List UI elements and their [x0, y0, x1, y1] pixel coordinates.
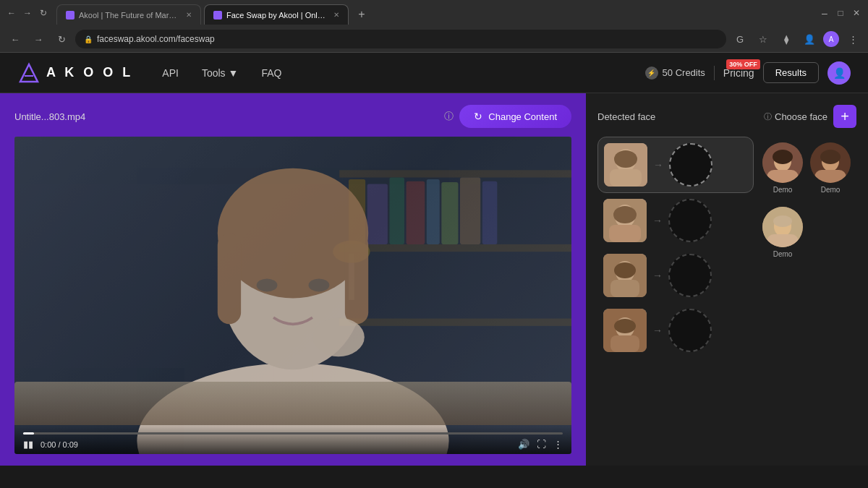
- arrow-icon-1: →: [653, 159, 663, 171]
- fullscreen-icon[interactable]: ⛶: [537, 439, 546, 450]
- akool-ext-icon[interactable]: A: [823, 31, 839, 47]
- maximize-btn[interactable]: □: [835, 7, 846, 19]
- detected-thumb-3: [603, 254, 647, 297]
- svg-rect-44: [767, 170, 799, 183]
- avatar-circle-1: [762, 142, 803, 183]
- tab-1-close[interactable]: ✕: [186, 11, 192, 19]
- result-circle-2: [668, 199, 712, 242]
- app-container: A K O O L API Tools ▼ FAQ ⚡ 50 Credits 3…: [0, 53, 868, 466]
- right-panel: Detected face ⓘ Choose face +: [586, 93, 868, 466]
- new-tab-button[interactable]: +: [352, 4, 372, 25]
- add-face-button[interactable]: +: [833, 105, 856, 128]
- detected-thumb-2: [603, 199, 647, 242]
- nav-api[interactable]: API: [162, 67, 179, 79]
- more-video-options-icon[interactable]: ⋮: [553, 439, 563, 450]
- arrow-icon-3: →: [652, 270, 663, 281]
- svg-point-35: [614, 262, 636, 278]
- change-content-label: Change Content: [488, 111, 557, 122]
- profile-icon[interactable]: 👤: [800, 30, 819, 48]
- tab-2-close[interactable]: ✕: [333, 11, 339, 19]
- top-nav: A K O O L API Tools ▼ FAQ ⚡ 50 Credits 3…: [0, 53, 868, 93]
- volume-icon[interactable]: 🔊: [518, 439, 529, 450]
- face-row-4[interactable]: →: [597, 303, 754, 358]
- user-avatar[interactable]: 👤: [827, 61, 851, 85]
- nav-tools[interactable]: Tools ▼: [202, 67, 239, 79]
- credits-icon: ⚡: [645, 67, 658, 80]
- minimize-btn[interactable]: –: [819, 7, 830, 19]
- demo-avatar-3[interactable]: Demo: [762, 207, 803, 258]
- refresh-icon: ↻: [474, 111, 482, 122]
- browser-titlebar: ← → ↻ Akool | The Future of Marketi... ✕…: [0, 0, 868, 26]
- svg-rect-20: [218, 234, 241, 325]
- extensions-icon[interactable]: ⧫: [777, 30, 796, 48]
- bookmark-star-icon[interactable]: ☆: [754, 30, 773, 48]
- close-btn[interactable]: ✕: [851, 7, 862, 19]
- browser-forward-nav[interactable]: →: [29, 30, 48, 48]
- avatar-row-1: Demo De: [762, 142, 856, 194]
- demo-avatar-3-label: Demo: [773, 250, 793, 258]
- svg-point-27: [614, 150, 637, 168]
- video-controls-row: ▮▮ 0:00 / 0:09 🔊 ⛶ ⋮: [23, 439, 563, 450]
- file-info-icon[interactable]: ⓘ: [444, 110, 454, 123]
- video-controls-right: 🔊 ⛶ ⋮: [518, 439, 563, 450]
- browser-refresh-btn[interactable]: ↻: [38, 7, 49, 19]
- face-row-3[interactable]: →: [597, 248, 754, 303]
- browser-back-nav[interactable]: ←: [6, 30, 25, 48]
- pricing-wrapper: 30% OFF Pricing: [723, 67, 754, 80]
- result-circle-3: [668, 254, 712, 297]
- svg-rect-52: [767, 234, 799, 247]
- browser-forward-btn[interactable]: →: [22, 7, 33, 19]
- change-content-button[interactable]: ↻ Change Content: [459, 105, 571, 128]
- left-panel: Untitle...803.mp4 ⓘ ↻ Change Content: [0, 93, 586, 466]
- arrow-icon-2: →: [652, 215, 663, 226]
- browser-chrome: ← → ↻ Akool | The Future of Marketi... ✕…: [0, 0, 868, 53]
- demo-avatar-2-label: Demo: [821, 186, 841, 194]
- svg-point-39: [614, 319, 636, 333]
- chevron-down-icon: ▼: [229, 67, 239, 79]
- results-button[interactable]: Results: [763, 62, 819, 83]
- svg-point-51: [773, 215, 792, 227]
- svg-rect-40: [610, 335, 639, 352]
- svg-marker-0: [20, 64, 38, 82]
- svg-rect-21: [345, 234, 368, 325]
- svg-rect-48: [814, 170, 846, 183]
- browser-reload-nav[interactable]: ↻: [52, 30, 71, 48]
- tab-1[interactable]: Akool | The Future of Marketi... ✕: [56, 4, 201, 25]
- video-container[interactable]: ▮▮ 0:00 / 0:09 🔊 ⛶ ⋮: [14, 137, 571, 454]
- nav-right: ⚡ 50 Credits 30% OFF Pricing Results 👤: [645, 61, 851, 85]
- detected-thumb-1: [604, 143, 647, 187]
- choose-face-label: ⓘ Choose face: [764, 111, 827, 122]
- tab-2-favicon: [213, 11, 222, 20]
- demo-avatar-2[interactable]: Demo: [810, 142, 851, 194]
- result-circle-4: [668, 309, 712, 352]
- nav-faq[interactable]: FAQ: [261, 67, 281, 79]
- face-row-2[interactable]: →: [597, 193, 754, 248]
- video-time: 0:00 / 0:09: [41, 440, 78, 449]
- nav-divider: [714, 66, 715, 80]
- lock-icon: 🔒: [84, 35, 93, 43]
- svg-point-47: [820, 150, 841, 164]
- play-pause-btn[interactable]: ▮▮: [23, 439, 33, 450]
- logo-text: A K O O L: [46, 65, 133, 80]
- svg-point-23: [309, 278, 330, 291]
- video-progress-fill: [23, 432, 34, 435]
- tab-2-title: Face Swap by Akool | Online F...: [226, 11, 326, 20]
- face-row-1[interactable]: →: [597, 137, 754, 193]
- video-progress-bar[interactable]: [23, 432, 563, 435]
- right-panel-inner: → →: [597, 137, 856, 454]
- detected-thumb-4: [603, 309, 647, 352]
- logo-icon: [17, 61, 41, 85]
- demo-avatar-1[interactable]: Demo: [762, 142, 803, 194]
- logo[interactable]: A K O O L: [17, 61, 133, 85]
- credits-badge[interactable]: ⚡ 50 Credits: [645, 67, 705, 80]
- browser-back-btn[interactable]: ←: [6, 7, 17, 19]
- svg-point-22: [257, 278, 278, 291]
- video-controls: ▮▮ 0:00 / 0:09 🔊 ⛶ ⋮: [14, 427, 571, 454]
- choose-face-info-icon: ⓘ: [764, 111, 772, 122]
- arrow-icon-4: →: [652, 325, 663, 336]
- more-options-icon[interactable]: ⋮: [843, 30, 862, 48]
- avatar-row-2: Demo: [762, 207, 856, 258]
- google-icon[interactable]: G: [731, 30, 749, 48]
- tab-2[interactable]: Face Swap by Akool | Online F... ✕: [204, 4, 349, 25]
- address-bar[interactable]: 🔒 faceswap.akool.com/faceswap: [75, 30, 726, 48]
